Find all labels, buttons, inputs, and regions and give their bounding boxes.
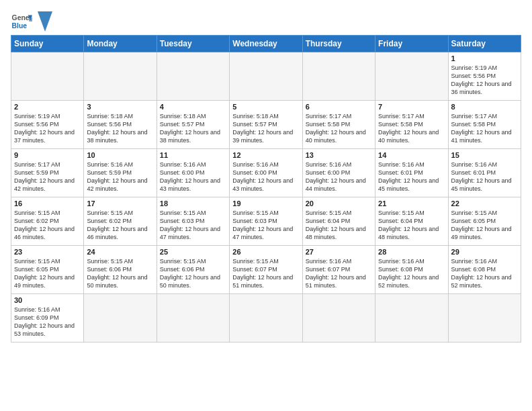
day-number: 24 — [87, 248, 153, 256]
calendar-cell: 23Sunrise: 5:15 AM Sunset: 6:05 PM Dayli… — [11, 246, 84, 294]
calendar-cell: 11Sunrise: 5:16 AM Sunset: 6:00 PM Dayli… — [157, 149, 229, 197]
day-info: Sunrise: 5:15 AM Sunset: 6:05 PM Dayligh… — [451, 209, 518, 242]
day-info: Sunrise: 5:18 AM Sunset: 5:57 PM Dayligh… — [232, 112, 299, 145]
calendar-cell: 17Sunrise: 5:15 AM Sunset: 6:02 PM Dayli… — [84, 197, 157, 246]
calendar-cell — [230, 52, 302, 101]
calendar-cell: 1Sunrise: 5:19 AM Sunset: 5:56 PM Daylig… — [448, 52, 521, 101]
calendar-cell: 27Sunrise: 5:16 AM Sunset: 6:07 PM Dayli… — [302, 246, 375, 294]
calendar-cell — [302, 294, 375, 342]
day-number: 15 — [451, 151, 518, 159]
day-info: Sunrise: 5:15 AM Sunset: 6:06 PM Dayligh… — [160, 257, 226, 290]
calendar-cell — [84, 294, 157, 342]
day-info: Sunrise: 5:16 AM Sunset: 6:07 PM Dayligh… — [306, 257, 372, 290]
day-number: 2 — [14, 103, 81, 111]
calendar-cell: 28Sunrise: 5:16 AM Sunset: 6:08 PM Dayli… — [375, 246, 448, 294]
calendar-cell — [375, 294, 448, 342]
day-info: Sunrise: 5:16 AM Sunset: 6:00 PM Dayligh… — [232, 161, 299, 193]
calendar-cell: 10Sunrise: 5:16 AM Sunset: 5:59 PM Dayli… — [84, 149, 157, 197]
day-info: Sunrise: 5:15 AM Sunset: 6:02 PM Dayligh… — [14, 209, 81, 242]
calendar-cell: 30Sunrise: 5:16 AM Sunset: 6:09 PM Dayli… — [11, 294, 84, 342]
day-number: 3 — [87, 103, 153, 111]
calendar-cell: 22Sunrise: 5:15 AM Sunset: 6:05 PM Dayli… — [448, 197, 521, 246]
day-info: Sunrise: 5:17 AM Sunset: 5:58 PM Dayligh… — [451, 112, 518, 145]
day-info: Sunrise: 5:15 AM Sunset: 6:04 PM Dayligh… — [378, 209, 445, 242]
logo-icon: General Blue — [11, 11, 32, 32]
header: General Blue — [11, 7, 521, 32]
logo-triangle-icon — [38, 11, 52, 32]
weekday-header-thursday: Thursday — [302, 36, 375, 52]
day-number: 21 — [378, 199, 445, 208]
day-info: Sunrise: 5:15 AM Sunset: 6:03 PM Dayligh… — [232, 209, 299, 242]
day-number: 9 — [14, 151, 81, 159]
day-number: 20 — [306, 199, 372, 208]
day-info: Sunrise: 5:19 AM Sunset: 5:56 PM Dayligh… — [451, 64, 518, 97]
calendar-cell: 18Sunrise: 5:15 AM Sunset: 6:03 PM Dayli… — [157, 197, 229, 246]
day-number: 5 — [232, 103, 299, 111]
day-info: Sunrise: 5:16 AM Sunset: 6:00 PM Dayligh… — [160, 161, 226, 193]
weekday-header-saturday: Saturday — [448, 36, 521, 52]
calendar-table: SundayMondayTuesdayWednesdayThursdayFrid… — [11, 35, 521, 342]
day-number: 4 — [160, 103, 226, 111]
day-number: 23 — [14, 248, 81, 256]
day-info: Sunrise: 5:15 AM Sunset: 6:06 PM Dayligh… — [87, 257, 153, 290]
calendar-cell: 26Sunrise: 5:15 AM Sunset: 6:07 PM Dayli… — [230, 246, 302, 294]
day-number: 17 — [87, 199, 153, 208]
day-info: Sunrise: 5:16 AM Sunset: 6:01 PM Dayligh… — [378, 161, 445, 193]
day-info: Sunrise: 5:17 AM Sunset: 5:58 PM Dayligh… — [306, 112, 372, 145]
day-number: 29 — [451, 248, 518, 256]
day-number: 13 — [306, 151, 372, 159]
calendar-cell: 6Sunrise: 5:17 AM Sunset: 5:58 PM Daylig… — [302, 101, 375, 149]
day-info: Sunrise: 5:15 AM Sunset: 6:02 PM Dayligh… — [87, 209, 153, 242]
day-number: 8 — [451, 103, 518, 111]
calendar-cell — [302, 52, 375, 101]
day-number: 7 — [378, 103, 445, 111]
calendar-week-row: 2Sunrise: 5:19 AM Sunset: 5:56 PM Daylig… — [11, 101, 521, 149]
calendar-cell: 2Sunrise: 5:19 AM Sunset: 5:56 PM Daylig… — [11, 101, 84, 149]
day-number: 6 — [306, 103, 372, 111]
day-number: 27 — [306, 248, 372, 256]
day-info: Sunrise: 5:16 AM Sunset: 6:01 PM Dayligh… — [451, 161, 518, 193]
day-info: Sunrise: 5:19 AM Sunset: 5:56 PM Dayligh… — [14, 112, 81, 145]
weekday-header-tuesday: Tuesday — [157, 36, 229, 52]
calendar-cell: 29Sunrise: 5:16 AM Sunset: 6:08 PM Dayli… — [448, 246, 521, 294]
calendar-week-row: 9Sunrise: 5:17 AM Sunset: 5:59 PM Daylig… — [11, 149, 521, 197]
calendar-cell: 20Sunrise: 5:15 AM Sunset: 6:04 PM Dayli… — [302, 197, 375, 246]
day-number: 1 — [451, 54, 518, 62]
calendar-cell: 12Sunrise: 5:16 AM Sunset: 6:00 PM Dayli… — [230, 149, 302, 197]
day-info: Sunrise: 5:15 AM Sunset: 6:07 PM Dayligh… — [232, 257, 299, 290]
calendar-cell: 13Sunrise: 5:16 AM Sunset: 6:00 PM Dayli… — [302, 149, 375, 197]
day-number: 14 — [378, 151, 445, 159]
calendar-cell: 16Sunrise: 5:15 AM Sunset: 6:02 PM Dayli… — [11, 197, 84, 246]
calendar-cell: 24Sunrise: 5:15 AM Sunset: 6:06 PM Dayli… — [84, 246, 157, 294]
calendar-page: General Blue SundayMondayTuesdayWednesda… — [0, 0, 532, 411]
weekday-header-monday: Monday — [84, 36, 157, 52]
day-number: 12 — [232, 151, 299, 159]
calendar-cell — [157, 294, 229, 342]
calendar-week-row: 30Sunrise: 5:16 AM Sunset: 6:09 PM Dayli… — [11, 294, 521, 342]
calendar-week-row: 16Sunrise: 5:15 AM Sunset: 6:02 PM Dayli… — [11, 197, 521, 246]
calendar-cell: 15Sunrise: 5:16 AM Sunset: 6:01 PM Dayli… — [448, 149, 521, 197]
day-number: 25 — [160, 248, 226, 256]
calendar-cell — [375, 52, 448, 101]
day-number: 16 — [14, 199, 81, 208]
calendar-week-row: 23Sunrise: 5:15 AM Sunset: 6:05 PM Dayli… — [11, 246, 521, 294]
calendar-cell: 7Sunrise: 5:17 AM Sunset: 5:58 PM Daylig… — [375, 101, 448, 149]
calendar-cell: 5Sunrise: 5:18 AM Sunset: 5:57 PM Daylig… — [230, 101, 302, 149]
day-info: Sunrise: 5:18 AM Sunset: 5:57 PM Dayligh… — [160, 112, 226, 145]
day-info: Sunrise: 5:17 AM Sunset: 5:58 PM Dayligh… — [378, 112, 445, 145]
calendar-week-row: 1Sunrise: 5:19 AM Sunset: 5:56 PM Daylig… — [11, 52, 521, 101]
day-info: Sunrise: 5:16 AM Sunset: 6:09 PM Dayligh… — [14, 306, 81, 338]
calendar-cell: 21Sunrise: 5:15 AM Sunset: 6:04 PM Dayli… — [375, 197, 448, 246]
calendar-cell: 8Sunrise: 5:17 AM Sunset: 5:58 PM Daylig… — [448, 101, 521, 149]
weekday-header-row: SundayMondayTuesdayWednesdayThursdayFrid… — [11, 36, 521, 52]
weekday-header-sunday: Sunday — [11, 36, 84, 52]
calendar-cell: 4Sunrise: 5:18 AM Sunset: 5:57 PM Daylig… — [157, 101, 229, 149]
day-info: Sunrise: 5:18 AM Sunset: 5:56 PM Dayligh… — [87, 112, 153, 145]
day-number: 18 — [160, 199, 226, 208]
calendar-cell — [11, 52, 84, 101]
weekday-header-wednesday: Wednesday — [230, 36, 302, 52]
calendar-cell — [157, 52, 229, 101]
day-number: 26 — [232, 248, 299, 256]
calendar-cell: 3Sunrise: 5:18 AM Sunset: 5:56 PM Daylig… — [84, 101, 157, 149]
day-info: Sunrise: 5:15 AM Sunset: 6:05 PM Dayligh… — [14, 257, 81, 290]
